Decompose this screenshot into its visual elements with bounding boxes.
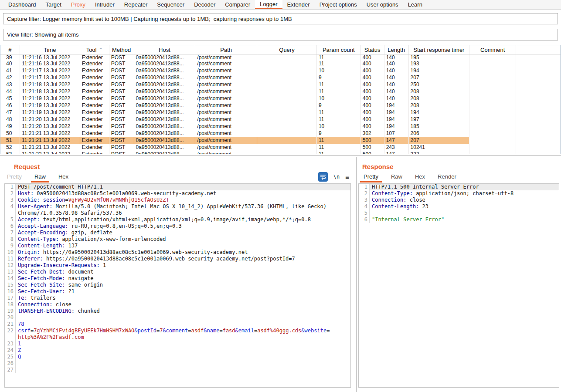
cell-query: [257, 54, 317, 60]
word-wrap-icon[interactable]: [318, 172, 328, 182]
column-header-label: Comment: [480, 47, 505, 53]
table-row[interactable]: 4311:21:18 13 Jul 2022ExtenderPOST0a9500…: [0, 81, 561, 88]
menu-item-proxy[interactable]: Proxy: [66, 0, 90, 9]
column-header-label: #: [8, 47, 11, 53]
cell-comment: [469, 60, 516, 67]
menu-item-learn[interactable]: Learn: [403, 0, 427, 9]
response-tab-hex[interactable]: Hex: [411, 173, 428, 182]
cell-host: 0a9500020413d88...: [134, 74, 196, 81]
cell-time: 11:21:17 13 Jul 2022: [20, 74, 80, 81]
menu-item-sequencer[interactable]: Sequencer: [152, 0, 189, 9]
cell-filler: [516, 60, 561, 67]
cell-path: /post/comment: [195, 67, 257, 74]
cell-time: 11:21:18 13 Jul 2022: [20, 81, 80, 88]
request-editor-toolbar: \n ≡: [318, 172, 349, 182]
table-row[interactable]: 4411:21:18 13 Jul 2022ExtenderPOST0a9500…: [0, 88, 561, 95]
menu-item-extender[interactable]: Extender: [282, 0, 315, 9]
editor-menu-icon[interactable]: ≡: [345, 173, 349, 181]
capture-filter-bar[interactable]: Capture filter: Logger memory limit set …: [3, 13, 558, 24]
cell-tool: Extender: [80, 60, 109, 67]
line-number: 3: [359, 197, 370, 203]
cell-param_count: 9: [317, 74, 361, 81]
line-number: 19: [5, 308, 16, 314]
table-row[interactable]: 5311:21:22 13 Jul 2022ExtenderPOST0a9500…: [0, 151, 561, 154]
line-number: 21: [5, 321, 16, 328]
cell-timer: 193: [409, 60, 470, 67]
line-text: User-Agent: Mozilla/5.0 (Macintosh; Inte…: [16, 203, 350, 210]
menu-item-dashboard[interactable]: Dashboard: [3, 0, 41, 9]
cell-tool: Extender: [80, 81, 109, 88]
table-row[interactable]: 4211:21:17 13 Jul 2022ExtenderPOST0a9500…: [0, 74, 561, 81]
cell-length: 243: [384, 144, 409, 151]
column-header-#[interactable]: #: [0, 45, 20, 54]
cell-length: 140: [384, 54, 409, 60]
column-header-comment[interactable]: Comment: [469, 45, 516, 54]
response-tab-raw[interactable]: Raw: [388, 173, 406, 182]
menu-item-decoder[interactable]: Decoder: [189, 0, 220, 9]
cell-filler: [516, 116, 561, 123]
menu-item-user-options[interactable]: User options: [362, 0, 403, 9]
cell-query: [257, 81, 317, 88]
editor-line: 14Sec-Fetch-Mode: navigate: [5, 275, 350, 282]
cell-time: 11:21:17 13 Jul 2022: [20, 67, 80, 74]
table-row[interactable]: 4611:21:19 13 Jul 2022ExtenderPOST0a9500…: [0, 102, 561, 109]
cell-method: POST: [109, 123, 134, 130]
table-row[interactable]: 4911:21:20 13 Jul 2022ExtenderPOST0a9500…: [0, 123, 561, 130]
horizontal-splitter[interactable]: [0, 155, 561, 156]
cell-timer: 10241: [409, 144, 470, 151]
column-header-method[interactable]: Method: [109, 45, 134, 54]
cell-tool: Extender: [80, 67, 109, 74]
cell-tool: Extender: [80, 102, 109, 109]
response-editor[interactable]: 1HTTP/1.1 500 Internal Server Error2Cont…: [358, 183, 559, 388]
cell-query: [257, 88, 317, 95]
cell-query: [257, 137, 317, 144]
table-row[interactable]: 4811:21:20 13 Jul 2022ExtenderPOST0a9500…: [0, 116, 561, 123]
table-row[interactable]: 4511:21:19 13 Jul 2022ExtenderPOST0a9500…: [0, 95, 561, 102]
column-header-time[interactable]: Time: [20, 45, 80, 54]
menu-item-repeater[interactable]: Repeater: [119, 0, 152, 9]
menu-item-project-options[interactable]: Project options: [315, 0, 362, 9]
request-tab-raw[interactable]: Raw: [31, 173, 49, 182]
column-header-start-response-timer[interactable]: Start response timer: [409, 45, 470, 54]
line-text: Sec-Fetch-Dest: document: [16, 269, 350, 275]
request-tab-pretty[interactable]: Pretty: [3, 173, 25, 182]
column-header-path[interactable]: Path: [195, 45, 257, 54]
line-number: 6: [359, 216, 370, 223]
request-editor[interactable]: 1POST /post/comment HTTP/1.12Host: 0a950…: [4, 183, 351, 388]
column-header-tool[interactable]: Tool⌃: [80, 45, 109, 54]
request-tab-hex[interactable]: Hex: [55, 173, 72, 182]
line-text: Connection: close: [370, 197, 559, 203]
table-row[interactable]: 5011:21:21 13 Jul 2022ExtenderPOST0a9500…: [0, 130, 561, 137]
cell-query: [257, 74, 317, 81]
menu-item-intruder[interactable]: Intruder: [90, 0, 119, 9]
menu-item-target[interactable]: Target: [41, 0, 66, 9]
column-header-status[interactable]: Status: [361, 45, 384, 54]
table-row[interactable]: 5211:21:21 13 Jul 2022ExtenderPOST0a9500…: [0, 144, 561, 151]
table-row[interactable]: 3911:21:16 13 Jul 2022ExtenderPOST0a9500…: [0, 54, 561, 60]
view-filter-bar[interactable]: View filter: Showing all items: [3, 29, 558, 41]
editor-line: 22csrf=7gYzhMCiFvi4gBEyUEEk7HmHSHM7xWAO&…: [5, 328, 350, 334]
response-panel-title: Response: [362, 163, 394, 170]
cell-filler: [516, 81, 561, 88]
line-number: 5: [359, 210, 370, 216]
cell-filler: [516, 137, 561, 144]
response-tab-render[interactable]: Render: [434, 173, 460, 182]
table-row[interactable]: 4711:21:19 13 Jul 2022ExtenderPOST0a9500…: [0, 109, 561, 116]
column-header-length[interactable]: Length: [384, 45, 409, 54]
column-header-param-count[interactable]: Param count: [317, 45, 361, 54]
newline-toggle-icon[interactable]: \n: [333, 174, 340, 180]
table-row[interactable]: 4111:21:17 13 Jul 2022ExtenderPOST0a9500…: [0, 67, 561, 74]
line-number: 24: [5, 347, 16, 354]
response-tab-pretty[interactable]: Pretty: [360, 173, 382, 182]
column-header-query[interactable]: Query: [257, 45, 317, 54]
table-row[interactable]: 5111:21:21 13 Jul 2022ExtenderPOST0a9500…: [0, 137, 561, 144]
column-header-host[interactable]: Host: [134, 45, 196, 54]
editor-line: 1POST /post/comment HTTP/1.1: [5, 184, 350, 190]
line-number: 2: [5, 190, 16, 197]
editor-line: 1HTTP/1.1 500 Internal Server Error: [359, 184, 559, 190]
menu-item-comparer[interactable]: Comparer: [220, 0, 255, 9]
menu-item-logger[interactable]: Logger: [255, 0, 282, 9]
cell-tool: Extender: [80, 144, 109, 151]
table-row[interactable]: 4011:21:16 13 Jul 2022ExtenderPOST0a9500…: [0, 60, 561, 67]
capture-filter-text: Capture filter: Logger memory limit set …: [7, 16, 292, 22]
